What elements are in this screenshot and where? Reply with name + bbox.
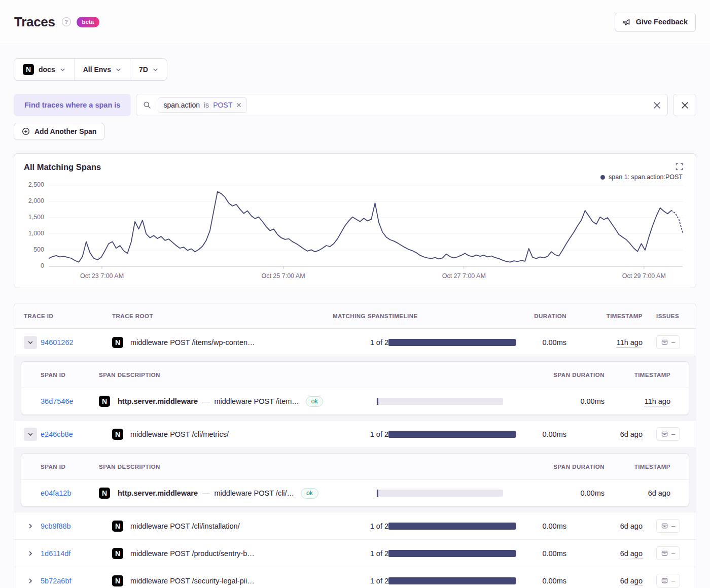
project-filter[interactable]: N docs (14, 59, 74, 80)
expanded-spans-section: SPAN ID SPAN DESCRIPTION SPAN DURATION T… (14, 356, 696, 421)
table-header-row: TRACE ID TRACE ROOT MATCHING SPANS TIMEL… (14, 303, 696, 329)
span-duration-bar[interactable] (376, 398, 503, 405)
expand-chevron-button[interactable] (24, 428, 37, 441)
span-duration-tick (377, 490, 378, 497)
remove-span-filter-button[interactable] (673, 94, 696, 116)
issues-count: – (671, 430, 675, 438)
y-axis-tick-label: 1,000 (24, 230, 44, 237)
span-timestamp[interactable]: 6d ago (648, 489, 670, 497)
col-span-description: SPAN DESCRIPTION (99, 372, 376, 378)
spans-line-chart[interactable] (49, 185, 683, 272)
expand-chevron-button[interactable] (24, 336, 37, 349)
span-id-link[interactable]: 36d7546e (36, 397, 99, 405)
environment-filter-label: All Envs (83, 65, 111, 74)
issues-button[interactable]: – (656, 335, 680, 349)
trace-timestamp[interactable]: 6d ago (620, 577, 643, 585)
span-operation: http.server.middleware (118, 397, 198, 405)
trace-row: 5b72a6bf N middleware POST /security-leg… (14, 567, 696, 588)
trace-id-link[interactable]: 5b72a6bf (41, 577, 71, 585)
issues-count: – (671, 549, 675, 557)
token-remove-icon[interactable] (236, 102, 241, 108)
fullscreen-icon[interactable] (676, 163, 683, 170)
trace-id-link[interactable]: 9cb9f88b (41, 522, 71, 530)
spans-chart-area[interactable]: 05001,0001,5002,0002,500 Oct 23 7:00 AMO… (24, 182, 683, 282)
help-icon[interactable]: ? (62, 17, 71, 26)
trace-row: 1d6114df N middleware POST /product/sent… (14, 540, 696, 567)
token-key: span.action (163, 101, 200, 109)
issues-count: – (671, 577, 675, 584)
trace-timestamp[interactable]: 6d ago (620, 522, 643, 530)
environment-filter[interactable]: All Envs (74, 59, 130, 80)
trace-table-body: 94601262 N middleware POST /items/wp-con… (14, 329, 696, 588)
span-id-link[interactable]: e04fa12b (36, 489, 99, 497)
trace-timestamp[interactable]: 6d ago (620, 430, 643, 438)
trace-root-text: middleware POST /cli/installation/ (130, 522, 240, 530)
megaphone-icon (623, 18, 631, 26)
span-duration-bar[interactable] (376, 490, 503, 497)
trace-root-text: middleware POST /product/sentry-b… (130, 549, 255, 558)
trace-duration: 0.00ms (516, 338, 566, 347)
clear-search-icon[interactable] (653, 101, 661, 109)
nextjs-project-icon: N (112, 337, 123, 348)
expand-chevron-button[interactable] (24, 574, 37, 587)
expand-chevron-button[interactable] (24, 547, 37, 560)
col-trace-id: TRACE ID (24, 313, 97, 319)
trace-timeline-bar[interactable] (388, 339, 516, 346)
top-bar: Traces ? beta Give Feedback (0, 0, 710, 44)
expand-chevron-button[interactable] (24, 520, 37, 533)
span-search-input[interactable]: span.action is POST (136, 94, 668, 116)
find-traces-label: Find traces where a span is (14, 94, 131, 116)
page-filter-bar: N docs All Envs 7D (14, 58, 167, 81)
trace-root-text: middleware POST /security-legal-pii… (130, 577, 255, 585)
issues-box-icon (661, 431, 668, 437)
x-axis-tick-label: Oct 25 7:00 AM (261, 272, 305, 280)
give-feedback-button[interactable]: Give Feedback (615, 13, 696, 31)
issues-box-icon (661, 523, 668, 529)
date-range-filter[interactable]: 7D (130, 59, 167, 80)
matching-spans-count: 1 of 2 (328, 549, 388, 558)
trace-id-link[interactable]: e246cb8e (41, 430, 73, 438)
filter-token[interactable]: span.action is POST (158, 97, 247, 113)
chart-legend[interactable]: span 1: span.action:POST (24, 172, 683, 182)
issues-button[interactable]: – (656, 427, 680, 441)
col-duration: DURATION (516, 313, 566, 319)
trace-timestamp[interactable]: 11h ago (617, 338, 643, 347)
issues-button[interactable]: – (656, 519, 680, 533)
search-icon (143, 101, 151, 109)
trace-timeline-bar[interactable] (388, 577, 516, 584)
span-row: 36d7546e N http.server.middleware — midd… (21, 388, 689, 414)
issues-button[interactable]: – (656, 574, 680, 587)
col-span-timestamp: TIMESTAMP (605, 372, 670, 378)
span-timestamp[interactable]: 11h ago (645, 397, 670, 405)
chevron-down-icon (60, 67, 65, 73)
trace-timestamp[interactable]: 6d ago (620, 549, 643, 558)
span-operation: http.server.middleware (118, 489, 198, 497)
trace-duration: 0.00ms (516, 577, 566, 585)
trace-timeline-bar[interactable] (388, 431, 516, 438)
trace-row: 94601262 N middleware POST /items/wp-con… (14, 329, 696, 356)
token-value: POST (213, 101, 232, 109)
legend-label: span 1: span.action:POST (609, 174, 683, 181)
col-timestamp: TIMESTAMP (566, 313, 643, 319)
y-axis-tick-label: 2,500 (24, 181, 44, 188)
trace-timeline-bar[interactable] (388, 523, 516, 530)
beta-badge: beta (77, 17, 100, 27)
trace-timeline-bar[interactable] (388, 550, 516, 557)
col-span-timestamp: TIMESTAMP (605, 464, 670, 470)
issues-box-icon (661, 550, 668, 557)
trace-id-link[interactable]: 94601262 (41, 338, 74, 347)
trace-id-link[interactable]: 1d6114df (41, 549, 70, 558)
trace-duration: 0.00ms (516, 430, 566, 438)
span-card-header: SPAN ID SPAN DESCRIPTION SPAN DURATION T… (21, 362, 689, 388)
span-card: SPAN ID SPAN DESCRIPTION SPAN DURATION T… (21, 361, 689, 415)
issues-button[interactable]: – (656, 546, 680, 560)
add-another-span-button[interactable]: Add Another Span (14, 123, 104, 140)
trace-root-text: middleware POST /cli/metrics/ (130, 430, 229, 438)
col-issues: ISSUES (643, 313, 684, 319)
span-filter-row: Find traces where a span is span.action … (14, 94, 696, 116)
plus-circle-icon (22, 127, 30, 135)
matching-spans-count: 1 of 2 (328, 430, 388, 438)
span-status-badge: ok (306, 396, 324, 407)
add-another-span-label: Add Another Span (34, 127, 96, 135)
span-duration-tick (377, 398, 378, 405)
